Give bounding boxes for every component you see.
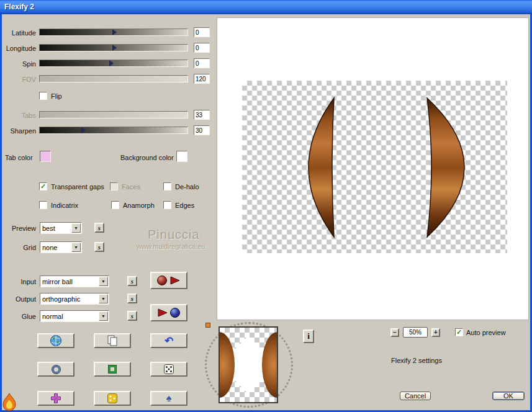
rotation-dial-handle[interactable] — [205, 323, 210, 328]
background-color-swatch[interactable] — [176, 151, 187, 162]
preview-settings-button[interactable]: s — [94, 223, 104, 233]
titlebar[interactable]: Flexify 2 — [0, 0, 532, 14]
sphere-arrow-icon — [156, 275, 182, 286]
grid-dropdown-value: none — [40, 244, 71, 251]
cancel-button[interactable]: Cancel — [400, 392, 431, 400]
background-color-label: Background color — [120, 154, 174, 162]
fov-value-input[interactable] — [194, 74, 210, 84]
ok-button-label: OK — [503, 392, 513, 400]
longitude-label: Longitude — [0, 45, 36, 53]
glue-dropdown-arrow-icon[interactable]: ▼ — [99, 311, 108, 321]
sharpen-value-input[interactable] — [194, 125, 210, 135]
s-icon: s — [131, 312, 133, 320]
preview-dropdown[interactable]: best ▼ — [40, 222, 82, 234]
spin-value-input[interactable] — [194, 58, 210, 68]
input-action-button[interactable] — [150, 272, 187, 289]
ok-button[interactable]: OK — [492, 392, 525, 400]
settings-status-text: Flexify 2 settings — [391, 357, 442, 364]
zoom-in-button[interactable]: + — [431, 328, 440, 337]
thumbnail-right-blob — [262, 332, 278, 398]
random-dice-button[interactable] — [150, 362, 187, 377]
info-button[interactable]: i — [303, 329, 314, 343]
plus-icon — [50, 393, 61, 404]
de-halo-checkbox[interactable] — [163, 182, 171, 190]
longitude-value-input[interactable] — [194, 43, 210, 53]
sharpen-label: Sharpen — [0, 127, 36, 135]
tabs-slider — [39, 111, 188, 119]
tabs-value-input[interactable] — [194, 110, 210, 120]
edges-label: Edges — [175, 202, 194, 210]
undo-button[interactable]: ↶ — [150, 333, 187, 348]
auto-preview-label: Auto preview — [466, 329, 506, 337]
spin-slider-thumb[interactable] — [109, 60, 114, 66]
grid-dropdown-arrow-icon[interactable]: ▼ — [71, 243, 81, 252]
input-settings-button[interactable]: s — [127, 276, 137, 286]
faces-checkbox — [110, 182, 118, 190]
s-icon: s — [131, 277, 133, 285]
glue-label: Glue — [0, 313, 36, 321]
grid-dropdown[interactable]: none ▼ — [40, 241, 82, 253]
thumbnail-left-blob — [219, 332, 235, 398]
transparent-gaps-label: Transparent gaps — [51, 183, 104, 191]
indicatrix-checkbox[interactable] — [39, 201, 47, 209]
glue-settings-button[interactable]: s — [127, 311, 137, 321]
tab-color-label: Tab color — [5, 154, 33, 162]
yellow-dice-button[interactable] — [94, 391, 131, 406]
output-dropdown-arrow-icon[interactable]: ▼ — [99, 294, 108, 303]
longitude-slider-thumb[interactable] — [112, 45, 117, 51]
spade-button[interactable]: ♠ — [150, 391, 187, 406]
tabs-label: Tabs — [0, 112, 36, 120]
edges-checkbox[interactable] — [163, 201, 171, 209]
copy-icon — [106, 334, 119, 347]
input-dropdown[interactable]: mirror ball ▼ — [40, 275, 109, 287]
output-dropdown[interactable]: orthographic ▼ — [40, 293, 109, 305]
sharpen-slider-thumb[interactable] — [81, 127, 86, 133]
zoom-level-value: 50% — [409, 329, 422, 336]
input-dropdown-value: mirror ball — [40, 278, 99, 285]
flip-label: Flip — [51, 92, 62, 101]
thumbnail-preview[interactable] — [219, 326, 278, 403]
latitude-slider[interactable] — [39, 29, 188, 36]
square-button[interactable] — [94, 362, 131, 377]
s-icon: s — [98, 224, 101, 231]
preview-image[interactable] — [242, 81, 507, 253]
arrow-sphere-icon — [156, 307, 182, 318]
transparent-gaps-check-icon: ✓ — [40, 182, 46, 190]
minus-icon: − — [393, 329, 397, 336]
spin-slider[interactable] — [39, 60, 188, 67]
duplicate-button[interactable] — [94, 333, 131, 348]
flexify-2-dialog: Flexify 2 Latitude Longitude Spin FOV Fl… — [0, 0, 532, 412]
preview-dropdown-arrow-icon[interactable]: ▼ — [71, 223, 81, 233]
anamorph-checkbox[interactable] — [111, 201, 119, 209]
zoom-level-readout[interactable]: 50% — [403, 327, 428, 338]
flame-icon — [1, 393, 17, 412]
spade-icon: ♠ — [166, 393, 172, 403]
latitude-slider-thumb[interactable] — [112, 29, 117, 35]
latitude-value-input[interactable] — [194, 27, 210, 37]
de-halo-label: De-halo — [175, 183, 199, 191]
zoom-out-button[interactable]: − — [390, 328, 399, 337]
input-dropdown-arrow-icon[interactable]: ▼ — [99, 277, 108, 286]
auto-preview-check-icon: ✓ — [456, 328, 462, 336]
longitude-slider[interactable] — [39, 44, 188, 52]
auto-preview-checkbox[interactable]: ✓ — [455, 328, 463, 336]
plus-zoom-icon: + — [434, 329, 438, 336]
globe-button[interactable] — [37, 333, 74, 348]
circle-button[interactable] — [37, 362, 74, 377]
add-button[interactable] — [37, 391, 74, 406]
output-settings-button[interactable]: s — [127, 293, 137, 303]
glue-action-button[interactable] — [150, 304, 187, 321]
transparent-gaps-checkbox[interactable]: ✓ — [39, 182, 47, 190]
tab-color-swatch[interactable] — [40, 151, 51, 162]
output-dropdown-value: orthographic — [40, 295, 99, 303]
grid-settings-button[interactable]: s — [94, 242, 104, 252]
sharpen-slider[interactable] — [39, 127, 188, 134]
fov-slider — [39, 75, 188, 83]
anamorph-label: Anamorph — [123, 202, 155, 210]
flip-checkbox[interactable] — [39, 92, 47, 100]
glue-dropdown[interactable]: normal ▼ — [40, 310, 109, 322]
glue-dropdown-value: normal — [40, 313, 99, 320]
preview-dropdown-value: best — [40, 225, 71, 232]
preview-label: Preview — [0, 225, 36, 233]
s-icon: s — [98, 243, 101, 251]
